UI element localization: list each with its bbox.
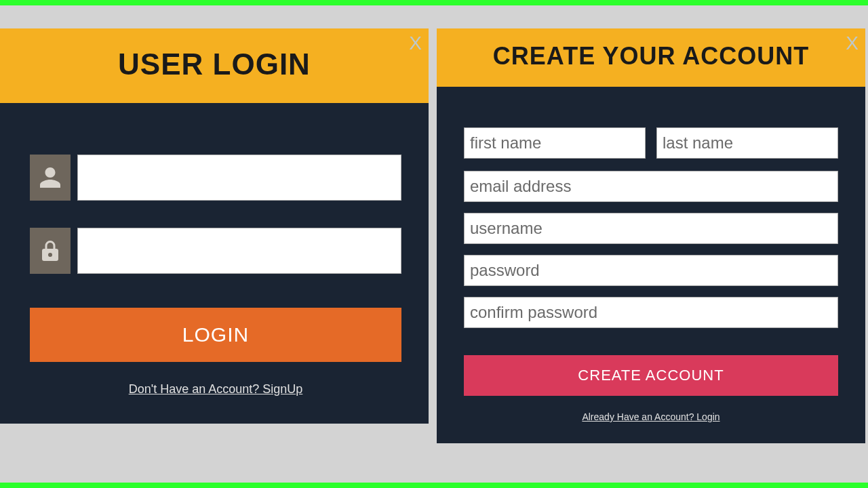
lock-icon — [30, 228, 71, 274]
username-input[interactable] — [77, 155, 401, 201]
close-icon[interactable]: X — [846, 33, 859, 54]
firstname-input[interactable] — [464, 127, 646, 159]
username-input[interactable] — [464, 213, 838, 244]
password-row — [30, 228, 401, 274]
signup-body: CREATE ACCOUNT Already Have an Account? … — [437, 87, 865, 443]
login-link-row: Already Have an Account? Login — [464, 411, 838, 423]
email-input[interactable] — [464, 171, 838, 202]
confirm-password-input[interactable] — [464, 297, 838, 328]
login-link[interactable]: Already Have an Account? Login — [582, 411, 719, 422]
login-button[interactable]: LOGIN — [30, 308, 401, 362]
signup-link[interactable]: Don't Have an Account? SignUp — [129, 382, 303, 396]
name-row — [464, 127, 838, 159]
create-account-button[interactable]: CREATE ACCOUNT — [464, 355, 838, 396]
close-icon[interactable]: X — [409, 33, 422, 54]
signup-link-row: Don't Have an Account? SignUp — [30, 382, 401, 396]
username-row — [30, 155, 401, 201]
signup-title: CREATE YOUR ACCOUNT — [437, 28, 865, 87]
login-panel: X USER LOGIN LOGIN Don't Have an Account… — [0, 28, 429, 424]
password-input[interactable] — [464, 255, 838, 286]
login-title: USER LOGIN — [0, 28, 429, 103]
signup-panel: X CREATE YOUR ACCOUNT CREATE ACCOUNT Alr… — [437, 28, 865, 443]
lastname-input[interactable] — [656, 127, 838, 159]
password-input[interactable] — [77, 228, 401, 274]
login-body: LOGIN Don't Have an Account? SignUp — [0, 103, 429, 424]
user-icon — [30, 155, 71, 201]
